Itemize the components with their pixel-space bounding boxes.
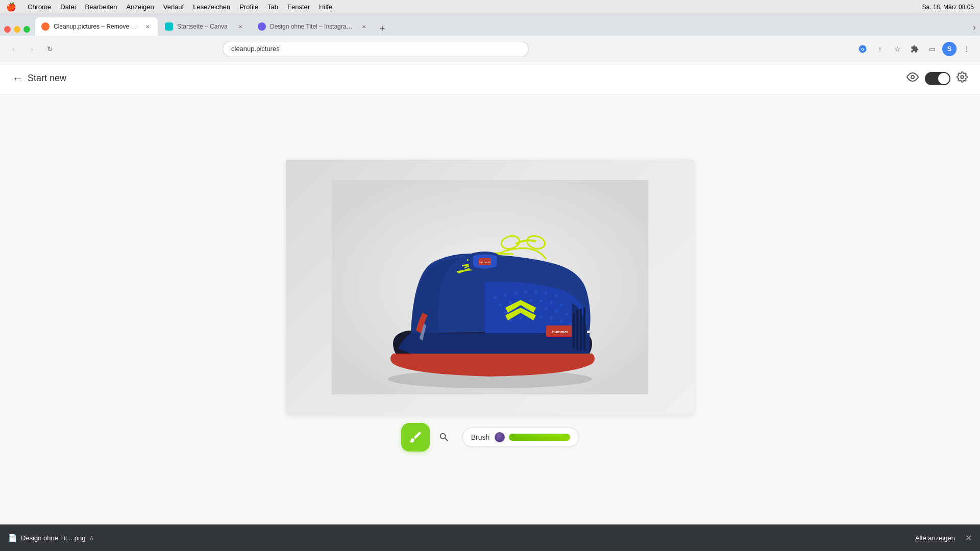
menu-fenster[interactable]: Fenster	[287, 3, 310, 11]
svg-rect-47	[576, 310, 578, 350]
svg-rect-46	[573, 313, 575, 348]
tab-title-canva: Startseite – Canva	[177, 23, 232, 30]
menu-anzeigen[interactable]: Anzeigen	[127, 3, 154, 11]
svg-point-19	[560, 304, 563, 307]
svg-text:G: G	[861, 47, 864, 52]
menu-chrome[interactable]: Chrome	[28, 3, 51, 11]
menu-lesezeichen[interactable]: Lesezeichen	[193, 3, 230, 11]
canvas-area: hummel	[0, 95, 980, 524]
sneaker-svg: hummel	[332, 180, 648, 394]
svg-point-12	[555, 294, 558, 297]
bottom-toolbar: Brush	[393, 415, 587, 460]
svg-point-2	[911, 76, 914, 79]
svg-text:hummel: hummel	[479, 261, 490, 264]
svg-rect-49	[583, 308, 585, 350]
svg-point-32	[560, 319, 563, 322]
settings-gear-icon[interactable]	[957, 71, 968, 85]
svg-point-9	[524, 291, 527, 294]
brush-control: Brush	[462, 428, 579, 447]
svg-point-3	[961, 76, 964, 79]
back-button[interactable]: ‹	[6, 42, 20, 56]
toggle-knob	[938, 73, 949, 84]
profile-avatar[interactable]: S	[942, 42, 957, 56]
refresh-button[interactable]: ↻	[43, 42, 57, 56]
brush-size-slider[interactable]	[509, 434, 570, 441]
svg-point-6	[494, 296, 497, 299]
google-icon[interactable]: G	[855, 42, 870, 56]
tab-close-canva[interactable]: ✕	[236, 22, 244, 31]
download-item: 📄 Design ohne Tit....png ∧	[8, 534, 94, 542]
start-new-label: Start new	[28, 73, 66, 84]
svg-point-13	[499, 304, 502, 307]
svg-point-11	[545, 292, 548, 295]
image-canvas[interactable]: hummel	[286, 160, 694, 415]
back-to-start-button[interactable]: ← Start new	[12, 72, 66, 85]
svg-point-8	[514, 292, 517, 295]
tab-canva[interactable]: Startseite – Canva ✕	[159, 17, 251, 36]
browser-window: Cleanup.pictures – Remove ob... ✕ Starts…	[0, 14, 980, 551]
menu-datei[interactable]: Datei	[60, 3, 76, 11]
tab-cleanup[interactable]: Cleanup.pictures – Remove ob... ✕	[35, 17, 158, 36]
tab-title-design: Design ohne Titel – Instagram...	[270, 23, 356, 30]
menu-tab[interactable]: Tab	[267, 3, 278, 11]
svg-point-16	[529, 299, 532, 302]
tab-favicon-cleanup	[41, 22, 50, 31]
sneaker-image: hummel	[286, 160, 694, 415]
svg-point-20	[504, 311, 507, 314]
brush-label: Brush	[471, 433, 490, 441]
menubar-time: Sa. 18. März 08:05	[922, 4, 974, 11]
download-file-icon: 📄	[8, 534, 17, 542]
tab-favicon-canva	[165, 22, 173, 31]
show-all-downloads-button[interactable]: Alle anzeigen	[915, 534, 955, 542]
menu-profile[interactable]: Profile	[239, 3, 258, 11]
menu-dots-icon[interactable]: ⋮	[960, 42, 974, 56]
close-download-bar-button[interactable]: ✕	[965, 533, 972, 543]
menu-hilfe[interactable]: Hilfe	[319, 3, 332, 11]
tab-favicon-design	[258, 22, 266, 31]
url-input[interactable]: cleanup.pictures	[223, 41, 529, 57]
forward-button[interactable]: ›	[24, 42, 39, 56]
tab-bar: Cleanup.pictures – Remove ob... ✕ Starts…	[0, 14, 980, 36]
download-bar: 📄 Design ohne Tit....png ∧ Alle anzeigen…	[0, 524, 980, 551]
svg-point-28	[519, 316, 522, 319]
tab-title-cleanup: Cleanup.pictures – Remove ob...	[54, 23, 139, 30]
download-filename: Design ohne Tit....png	[21, 534, 85, 542]
page-content: ← Start new	[0, 62, 980, 551]
menu-bearbeiten[interactable]: Bearbeiten	[85, 3, 117, 11]
new-tab-button[interactable]: +	[375, 21, 389, 36]
svg-point-26	[565, 313, 568, 316]
menu-verlauf[interactable]: Verlauf	[163, 3, 184, 11]
bookmark-icon[interactable]: ☆	[890, 42, 904, 56]
app-header: ← Start new	[0, 62, 980, 95]
svg-text:hummel: hummel	[552, 330, 568, 334]
back-arrow-icon: ←	[12, 72, 23, 85]
preview-eye-icon[interactable]	[906, 71, 919, 86]
url-text: cleanup.pictures	[231, 45, 280, 53]
svg-point-18	[550, 301, 553, 304]
tab-close-design[interactable]: ✕	[360, 22, 368, 31]
svg-point-24	[545, 308, 548, 311]
svg-point-10	[534, 291, 537, 294]
download-chevron-icon[interactable]: ∧	[89, 534, 94, 541]
dark-mode-toggle[interactable]	[925, 72, 950, 85]
window-minimize-btn[interactable]	[14, 26, 20, 33]
tool-group	[401, 423, 454, 452]
svg-point-17	[540, 299, 543, 303]
share-icon[interactable]: ↑	[873, 42, 887, 56]
brush-tool-button[interactable]	[401, 423, 430, 452]
extension-icon[interactable]	[908, 42, 922, 56]
tab-design[interactable]: Design ohne Titel – Instagram... ✕	[252, 17, 374, 36]
svg-rect-48	[580, 309, 582, 350]
svg-point-14	[509, 301, 512, 304]
window-close-btn[interactable]	[4, 26, 11, 33]
apple-menu[interactable]: 🍎	[6, 2, 16, 12]
menu-bar: 🍎 Chrome Datei Bearbeiten Anzeigen Verla…	[0, 0, 980, 14]
tab-list-button[interactable]: ›	[973, 22, 976, 33]
tab-close-cleanup[interactable]: ✕	[143, 22, 152, 31]
window-maximize-btn[interactable]	[23, 26, 30, 33]
svg-point-30	[540, 315, 543, 318]
address-bar: ‹ › ↻ cleanup.pictures G ↑ ☆ ▭ S ⋮	[0, 36, 980, 62]
sidebar-icon[interactable]: ▭	[925, 42, 939, 56]
brush-slider-container[interactable]	[495, 432, 570, 442]
search-button[interactable]	[434, 427, 454, 447]
